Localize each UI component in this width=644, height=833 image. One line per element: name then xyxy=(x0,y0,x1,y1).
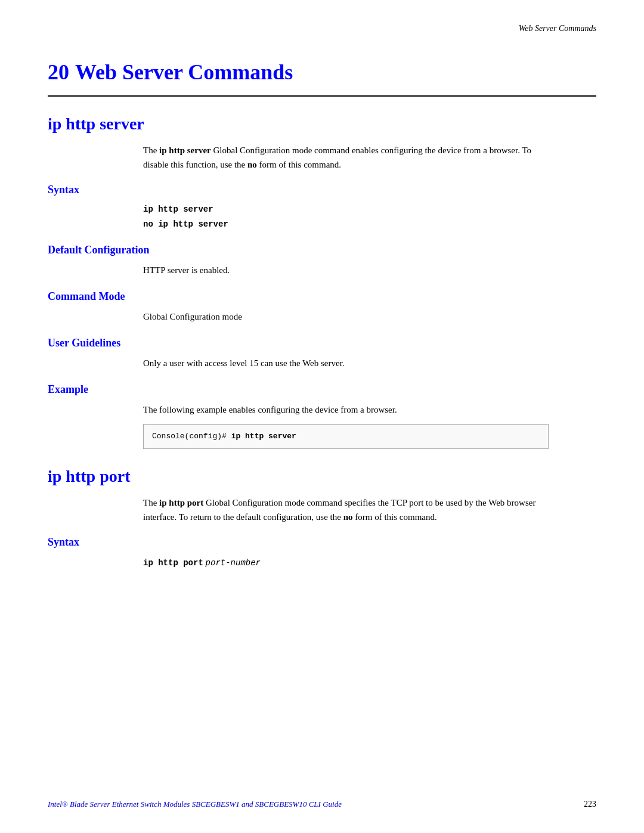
chapter-title: Web Server Commands xyxy=(75,60,293,85)
section-ip-http-port: ip http port The ip http port Global Con… xyxy=(48,467,596,571)
footer-text: Intel® Blade Server Ethernet Switch Modu… xyxy=(48,800,342,809)
command-mode-text: Global Configuration mode xyxy=(143,312,242,321)
syntax-port-cmd: ip http port xyxy=(143,558,203,568)
subsection-syntax-1: Syntax ip http server no ip http server xyxy=(48,184,596,232)
subsection-example: Example The following example enables co… xyxy=(48,383,596,448)
subsection-content-syntax-1: ip http server no ip http server xyxy=(143,202,549,232)
code-command: ip http server xyxy=(231,432,296,441)
page: Web Server Commands 20 Web Server Comman… xyxy=(0,0,644,833)
desc-bold-no-port: no xyxy=(343,512,353,522)
example-description: The following example enables configurin… xyxy=(143,402,549,418)
section-title-ip-http-port: ip http port xyxy=(48,467,596,486)
subsection-content-syntax-port: ip http port port-number xyxy=(143,555,549,571)
desc-bold-1: ip http server xyxy=(159,145,211,155)
subsection-command-mode: Command Mode Global Configuration mode xyxy=(48,290,596,325)
example-code-block: Console(config)# ip http server xyxy=(143,424,549,448)
subsection-title-user-guidelines: User Guidelines xyxy=(48,337,596,349)
desc-bold-port: ip http port xyxy=(159,498,203,507)
user-guidelines-text: Only a user with access level 15 can use… xyxy=(143,358,345,368)
subsection-content-command-mode: Global Configuration mode xyxy=(143,309,549,325)
subsection-content-user-guidelines: Only a user with access level 15 can use… xyxy=(143,355,549,371)
subsection-title-command-mode: Command Mode xyxy=(48,290,596,303)
chapter-heading: 20 Web Server Commands xyxy=(48,36,596,91)
section-title-ip-http-server: ip http server xyxy=(48,114,596,134)
page-footer: Intel® Blade Server Ethernet Switch Modu… xyxy=(48,800,596,809)
subsection-syntax-port: Syntax ip http port port-number xyxy=(48,536,596,571)
subsection-title-example: Example xyxy=(48,383,596,396)
subsection-default-config: Default Configuration HTTP server is ena… xyxy=(48,244,596,278)
chapter-divider xyxy=(48,95,596,97)
code-prefix: Console(config)# xyxy=(152,432,231,441)
subsection-user-guidelines: User Guidelines Only a user with access … xyxy=(48,337,596,371)
default-config-text: HTTP server is enabled. xyxy=(143,265,230,275)
subsection-title-syntax-port: Syntax xyxy=(48,536,596,549)
section-ip-http-server: ip http server The ip http server Global… xyxy=(48,114,596,449)
subsection-content-example: The following example enables configurin… xyxy=(143,402,549,448)
syntax-line-1: ip http server xyxy=(143,202,549,217)
subsection-title-default: Default Configuration xyxy=(48,244,596,256)
syntax-port-param: port-number xyxy=(206,558,261,568)
syntax-line-2: no ip http server xyxy=(143,217,549,232)
subsection-content-default: HTTP server is enabled. xyxy=(143,262,549,278)
section-description-ip-http-server: The ip http server Global Configuration … xyxy=(143,143,549,172)
footer-page-number: 223 xyxy=(584,800,596,809)
desc-bold-no: no xyxy=(247,160,257,169)
syntax-port-line: ip http port port-number xyxy=(143,555,549,571)
chapter-number: 20 xyxy=(48,60,69,85)
page-header: Web Server Commands xyxy=(519,24,596,33)
subsection-title-syntax-1: Syntax xyxy=(48,184,596,196)
section-description-ip-http-port: The ip http port Global Configuration mo… xyxy=(143,496,549,524)
